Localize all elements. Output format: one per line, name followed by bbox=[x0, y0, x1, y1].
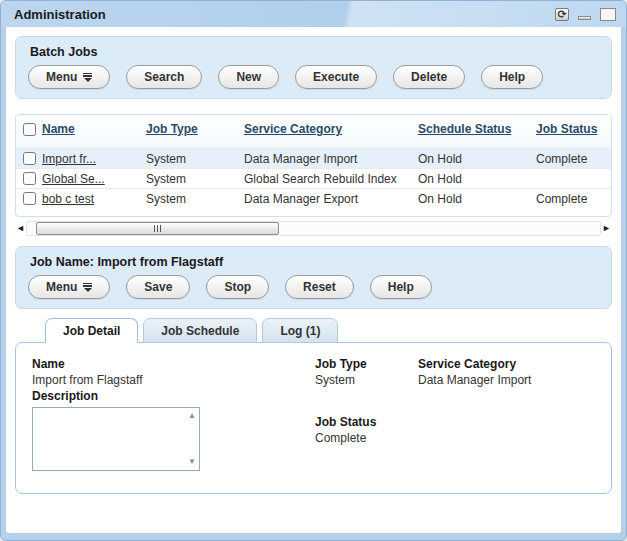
menu-button[interactable]: Menu bbox=[28, 65, 110, 89]
job-type-value: System bbox=[315, 372, 418, 388]
description-textarea[interactable]: ▲ ▼ bbox=[32, 407, 200, 471]
horizontal-scrollbar: ◄ ► bbox=[15, 221, 612, 236]
name-value: Import from Flagstaff bbox=[32, 372, 315, 388]
administration-window: Administration ⟳ Batch Jobs Menu Search … bbox=[0, 0, 627, 541]
job-type-label: Job Type bbox=[315, 356, 418, 372]
batch-jobs-title: Batch Jobs bbox=[30, 45, 599, 59]
job-name-title: Job Name: Import from Flagstaff bbox=[30, 255, 599, 269]
job-name-link[interactable]: bob c test bbox=[42, 192, 94, 206]
new-button[interactable]: New bbox=[218, 65, 279, 89]
job-name-toolbar: Menu Save Stop Reset Help bbox=[28, 275, 599, 299]
name-label: Name bbox=[32, 356, 315, 372]
job-status-value: Complete bbox=[315, 430, 418, 446]
jobs-table-header: Name Job Type Service Category Schedule … bbox=[16, 115, 611, 148]
search-button[interactable]: Search bbox=[126, 65, 202, 89]
menu-button[interactable]: Menu bbox=[28, 275, 110, 299]
table-footer bbox=[16, 208, 611, 216]
delete-button[interactable]: Delete bbox=[393, 65, 465, 89]
execute-button[interactable]: Execute bbox=[295, 65, 377, 89]
service-category-value: Data Manager Import bbox=[418, 372, 595, 388]
window-title: Administration bbox=[14, 7, 106, 22]
table-row[interactable]: bob c test System Data Manager Export On… bbox=[16, 188, 611, 208]
reset-button[interactable]: Reset bbox=[285, 275, 354, 299]
scrollbar-track[interactable] bbox=[26, 221, 601, 236]
job-status-cell: Complete bbox=[536, 192, 611, 206]
select-all-checkbox[interactable] bbox=[23, 123, 36, 136]
job-status-label: Job Status bbox=[315, 414, 418, 430]
window-controls: ⟳ bbox=[555, 8, 616, 21]
detach-window-icon[interactable]: ⟳ bbox=[555, 8, 569, 21]
menu-dropdown-icon bbox=[83, 283, 92, 292]
job-status-cell: Complete bbox=[536, 152, 611, 166]
menu-button-label: Menu bbox=[46, 70, 77, 84]
job-name-link[interactable]: Global Se... bbox=[42, 172, 105, 186]
column-header-service-category[interactable]: Service Category bbox=[244, 122, 418, 136]
tab-job-detail[interactable]: Job Detail bbox=[45, 318, 138, 343]
form-left-column: Name Import from Flagstaff Description ▲… bbox=[32, 356, 315, 471]
scrollbar-thumb[interactable] bbox=[36, 222, 279, 235]
help-button[interactable]: Help bbox=[370, 275, 432, 299]
tab-job-schedule[interactable]: Job Schedule bbox=[143, 318, 257, 343]
row-checkbox-cell bbox=[16, 192, 42, 205]
stop-button[interactable]: Stop bbox=[206, 275, 269, 299]
scroll-up-arrow-icon[interactable]: ▲ bbox=[188, 412, 196, 420]
column-header-schedule-status[interactable]: Schedule Status bbox=[418, 122, 536, 136]
job-detail-form: Name Import from Flagstaff Description ▲… bbox=[32, 356, 595, 471]
select-all-checkbox-cell bbox=[16, 123, 42, 136]
job-type-cell: System bbox=[146, 192, 244, 206]
schedule-status-cell: On Hold bbox=[418, 192, 536, 206]
form-middle-column: Job Type System Job Status Complete bbox=[315, 356, 418, 471]
service-category-label: Service Category bbox=[418, 356, 595, 372]
row-checkbox[interactable] bbox=[23, 172, 36, 185]
scroll-down-arrow-icon[interactable]: ▼ bbox=[188, 458, 196, 466]
column-header-job-status[interactable]: Job Status bbox=[536, 122, 611, 136]
menu-dropdown-icon bbox=[83, 73, 92, 82]
job-type-cell: System bbox=[146, 152, 244, 166]
service-category-cell: Global Search Rebuild Index bbox=[244, 172, 418, 186]
menu-button-label: Menu bbox=[46, 280, 77, 294]
service-category-cell: Data Manager Export bbox=[244, 192, 418, 206]
column-header-job-type[interactable]: Job Type bbox=[146, 122, 244, 136]
jobs-table: Name Job Type Service Category Schedule … bbox=[15, 114, 612, 217]
schedule-status-cell: On Hold bbox=[418, 152, 536, 166]
window-content: Batch Jobs Menu Search New Execute Delet… bbox=[6, 27, 621, 533]
tab-log[interactable]: Log (1) bbox=[262, 318, 338, 343]
row-checkbox[interactable] bbox=[23, 192, 36, 205]
batch-jobs-toolbar: Menu Search New Execute Delete Help bbox=[28, 65, 599, 89]
job-name-panel: Job Name: Import from Flagstaff Menu Sav… bbox=[15, 246, 612, 309]
detail-tabs: Job Detail Job Schedule Log (1) bbox=[15, 318, 612, 342]
minimize-icon[interactable] bbox=[578, 16, 591, 20]
scroll-right-arrow-icon[interactable]: ► bbox=[601, 221, 612, 236]
scroll-left-arrow-icon[interactable]: ◄ bbox=[15, 221, 26, 236]
column-header-name[interactable]: Name bbox=[42, 122, 146, 136]
job-detail-card: Name Import from Flagstaff Description ▲… bbox=[15, 342, 612, 494]
row-checkbox-cell bbox=[16, 172, 42, 185]
row-checkbox-cell bbox=[16, 152, 42, 165]
maximize-icon[interactable] bbox=[600, 8, 616, 21]
help-button[interactable]: Help bbox=[481, 65, 543, 89]
table-row[interactable]: Global Se... System Global Search Rebuil… bbox=[16, 168, 611, 188]
description-label: Description bbox=[32, 388, 315, 404]
save-button[interactable]: Save bbox=[126, 275, 190, 299]
job-name-link[interactable]: Import fr... bbox=[42, 152, 96, 166]
form-right-column: Service Category Data Manager Import bbox=[418, 356, 595, 471]
row-checkbox[interactable] bbox=[23, 152, 36, 165]
title-bar: Administration ⟳ bbox=[1, 1, 626, 27]
job-type-cell: System bbox=[146, 172, 244, 186]
schedule-status-cell: On Hold bbox=[418, 172, 536, 186]
table-row[interactable]: Import fr... System Data Manager Import … bbox=[16, 148, 611, 168]
batch-jobs-panel: Batch Jobs Menu Search New Execute Delet… bbox=[15, 36, 612, 99]
service-category-cell: Data Manager Import bbox=[244, 152, 418, 166]
